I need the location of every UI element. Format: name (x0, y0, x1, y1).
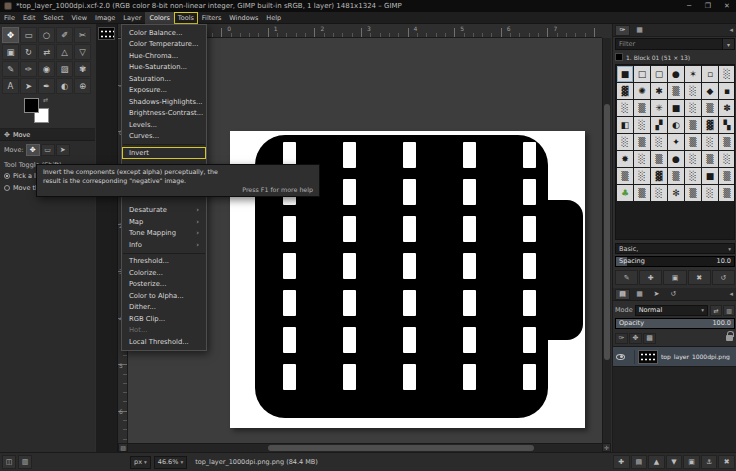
colors-menu-item-brightness-contrast[interactable]: Brightness-Contrast... (122, 108, 206, 120)
scissors-select-tool[interactable]: ✂ (74, 27, 91, 43)
colors-menu-item-colorize[interactable]: Colorize... (122, 267, 206, 279)
brush-item[interactable]: ░ (685, 151, 701, 167)
brush-item[interactable]: ░ (719, 66, 735, 82)
colors-menu-item-tone-mapping[interactable]: Tone Mapping› (122, 228, 206, 240)
lower-layer-button[interactable]: ▼ (666, 455, 683, 469)
layers-dock-tab-3[interactable]: ↺ (666, 289, 681, 300)
ink-tool[interactable]: ✒ (38, 78, 55, 94)
new-group-button[interactable]: ▤ (631, 455, 648, 469)
move-tool[interactable]: ✥ (2, 27, 19, 43)
horizontal-scrollbar[interactable] (128, 443, 602, 452)
toggle-dialogs-button[interactable]: ◫ (2, 455, 16, 469)
brush-item[interactable]: ▪ (719, 83, 735, 99)
menubar-item-windows[interactable]: Windows (225, 12, 262, 24)
brush-item[interactable]: ▒ (651, 151, 667, 167)
colors-menu-item-local-threshold[interactable]: Local Threshold... (122, 336, 206, 348)
free-select-tool[interactable]: ✐ (56, 27, 73, 43)
menubar-item-tools[interactable]: Tools (174, 12, 198, 24)
swap-colors-icon[interactable]: ⇄ (43, 96, 48, 103)
brush-item[interactable]: ▒ (719, 185, 735, 201)
brush-item[interactable]: ▒ (685, 134, 701, 150)
brush-item[interactable]: ▓ (617, 83, 633, 99)
layer-mode-combo[interactable]: Normal ▾ (635, 305, 708, 316)
menubar-item-filters[interactable]: Filters (198, 12, 225, 24)
new-brush-button[interactable]: ✚ (639, 270, 662, 285)
brush-item[interactable]: ░ (702, 185, 718, 201)
foreground-color-swatch[interactable] (24, 98, 39, 113)
paintbrush-tool[interactable]: ✑ (20, 61, 37, 77)
lock-position-button[interactable]: ✥ (629, 333, 642, 344)
brush-item[interactable]: ● (668, 66, 684, 82)
brush-item[interactable]: ░ (634, 151, 650, 167)
brush-item[interactable]: ▞ (651, 117, 667, 133)
colors-menu-item-desaturate[interactable]: Desaturate› (122, 205, 206, 217)
colors-menu-item-invert[interactable]: Invert (122, 147, 206, 159)
brush-item[interactable]: ● (668, 151, 684, 167)
brush-item[interactable]: ░ (651, 134, 667, 150)
brush-item[interactable]: ♣ (617, 185, 633, 201)
minimize-button[interactable]: ─ (684, 2, 694, 10)
colors-menu-item-hue-saturation[interactable]: Hue-Saturation... (122, 62, 206, 74)
duplicate-brush-button[interactable]: ▣ (663, 270, 686, 285)
brush-item[interactable]: ▒ (617, 168, 633, 184)
layers-dock-tab-2[interactable]: ➤ (649, 289, 664, 300)
delete-layer-button[interactable]: ✖ (718, 455, 735, 469)
brush-item[interactable]: ◐ (668, 117, 684, 133)
filter-combo-button[interactable]: ▾ (723, 38, 735, 50)
crop-tool[interactable]: ▣ (2, 44, 19, 60)
brush-item[interactable]: ▒ (719, 168, 735, 184)
mode-switch-button-1[interactable]: ▥ (723, 305, 735, 316)
colors-menu-item-curves[interactable]: Curves... (122, 131, 206, 143)
layer-chain-cell[interactable] (628, 350, 635, 364)
menubar-item-help[interactable]: Help (262, 12, 285, 24)
brush-item[interactable]: ░ (702, 134, 718, 150)
paths-tool[interactable]: ➤ (20, 78, 37, 94)
colors-menu-item-rgb-clip[interactable]: RGB Clip... (122, 313, 206, 325)
delete-brush-button[interactable]: ✖ (688, 270, 711, 285)
raise-layer-button[interactable]: ▲ (648, 455, 665, 469)
anchor-layer-button[interactable]: ⚓ (701, 455, 718, 469)
close-button[interactable]: ✕ (722, 2, 732, 10)
zoom-combo[interactable]: 46.6% ▾ (154, 456, 187, 469)
brush-item[interactable]: ◆ (702, 83, 718, 99)
airbrush-tool[interactable]: ◉ (38, 61, 55, 77)
warp-tool[interactable]: △ (56, 44, 73, 60)
vertical-scrollbar[interactable] (602, 38, 611, 443)
ellipse-select-tool[interactable]: ○ (38, 27, 55, 43)
brush-item[interactable]: ✳ (651, 100, 667, 116)
brush-item[interactable]: ▒ (668, 168, 684, 184)
brush-item[interactable]: ▒ (634, 134, 650, 150)
brush-item[interactable]: ▢ (651, 66, 667, 82)
colors-menu-item-hot[interactable]: Hot... (122, 325, 206, 337)
colors-menu-item-posterize[interactable]: Posterize... (122, 279, 206, 291)
brush-item[interactable]: ▚ (719, 117, 735, 133)
menubar-item-file[interactable]: File (0, 12, 19, 24)
layer-name[interactable]: top_layer_1000dpi.png (661, 353, 734, 360)
brush-item[interactable]: ▓ (702, 117, 718, 133)
brush-tag-combo[interactable]: Basic, ▾ (615, 243, 735, 254)
spacing-slider[interactable]: Spacing 10.0 (615, 256, 735, 267)
brush-item[interactable]: ░ (617, 100, 633, 116)
brush-item[interactable]: ░ (634, 168, 650, 184)
unit-combo[interactable]: px ▾ (130, 456, 151, 469)
brush-item[interactable]: ▒ (685, 185, 701, 201)
brush-item[interactable]: ▓ (651, 168, 667, 184)
lock-alpha-button[interactable]: ▩ (643, 333, 656, 344)
colors-menu-item-map[interactable]: Map› (122, 216, 206, 228)
image-tab-thumbnail[interactable] (98, 27, 115, 40)
menubar-item-edit[interactable]: Edit (19, 12, 40, 24)
move-target-button-0[interactable]: ✥ (26, 144, 40, 156)
colors-menu-item-threshold[interactable]: Threshold... (122, 256, 206, 268)
brush-item[interactable]: ✻ (668, 185, 684, 201)
brush-item[interactable]: ░ (617, 134, 633, 150)
brush-item[interactable]: ░ (719, 151, 735, 167)
colors-menu-item-levels[interactable]: Levels... (122, 119, 206, 131)
menubar-item-select[interactable]: Select (39, 12, 67, 24)
zoom-tool[interactable]: ⊕ (74, 78, 91, 94)
brush-item[interactable]: ░ (634, 117, 650, 133)
window-mode-button[interactable]: ▥ (18, 455, 32, 469)
clone-tool[interactable]: ✾ (74, 61, 91, 77)
vertical-scrollbar-thumb[interactable] (604, 104, 610, 360)
navigation-button[interactable]: ✛ (602, 443, 611, 452)
colors-menu-item-saturation[interactable]: Saturation... (122, 73, 206, 85)
